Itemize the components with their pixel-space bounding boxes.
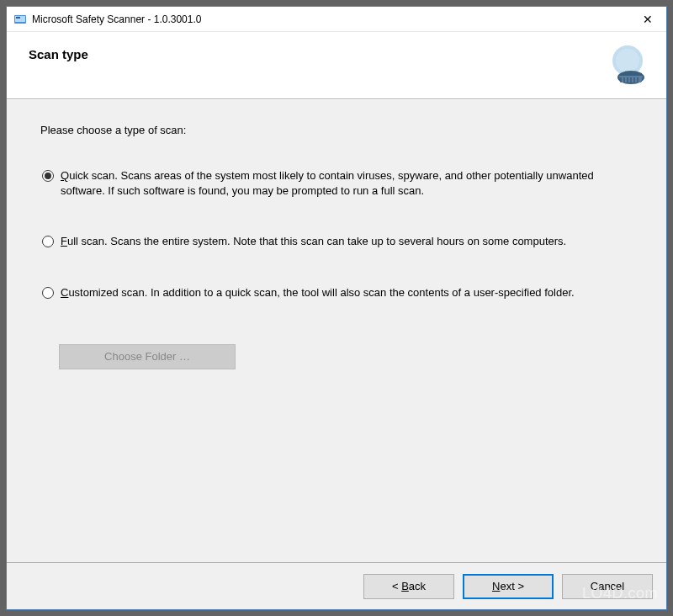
radio-icon xyxy=(42,287,54,299)
radio-option-custom[interactable]: Customized scan. In addition to a quick … xyxy=(42,285,633,300)
svg-rect-2 xyxy=(16,17,20,19)
wizard-footer: < Back Next > Cancel xyxy=(7,562,666,609)
page-title: Scan type xyxy=(29,47,88,61)
scan-type-radio-group: Quick scan. Scans areas of the system mo… xyxy=(40,168,633,300)
close-icon: ✕ xyxy=(643,13,653,26)
choose-folder-button: Choose Folder … xyxy=(59,344,236,369)
radio-label-quick: Quick scan. Scans areas of the system mo… xyxy=(61,168,599,199)
radio-option-full[interactable]: Full scan. Scans the entire system. Note… xyxy=(42,234,633,249)
radio-label-full: Full scan. Scans the entire system. Note… xyxy=(61,234,566,249)
svg-point-4 xyxy=(616,49,639,72)
prompt-text: Please choose a type of scan: xyxy=(40,124,633,136)
radio-icon xyxy=(42,170,54,182)
wizard-header: Scan type xyxy=(7,32,666,99)
radio-option-quick[interactable]: Quick scan. Scans areas of the system mo… xyxy=(42,168,633,199)
cancel-button[interactable]: Cancel xyxy=(562,574,653,599)
close-button[interactable]: ✕ xyxy=(628,7,666,31)
radio-icon xyxy=(42,236,54,247)
app-icon xyxy=(13,13,27,26)
back-button[interactable]: < Back xyxy=(363,574,454,599)
titlebar: Microsoft Safety Scanner - 1.0.3001.0 ✕ xyxy=(7,7,666,32)
dialog-window: Microsoft Safety Scanner - 1.0.3001.0 ✕ … xyxy=(6,6,667,610)
window-title: Microsoft Safety Scanner - 1.0.3001.0 xyxy=(32,13,628,25)
scanner-icon xyxy=(604,42,651,89)
radio-label-custom: Customized scan. In addition to a quick … xyxy=(61,285,575,300)
next-button[interactable]: Next > xyxy=(463,574,554,599)
wizard-content: Please choose a type of scan: Quick scan… xyxy=(7,99,666,562)
